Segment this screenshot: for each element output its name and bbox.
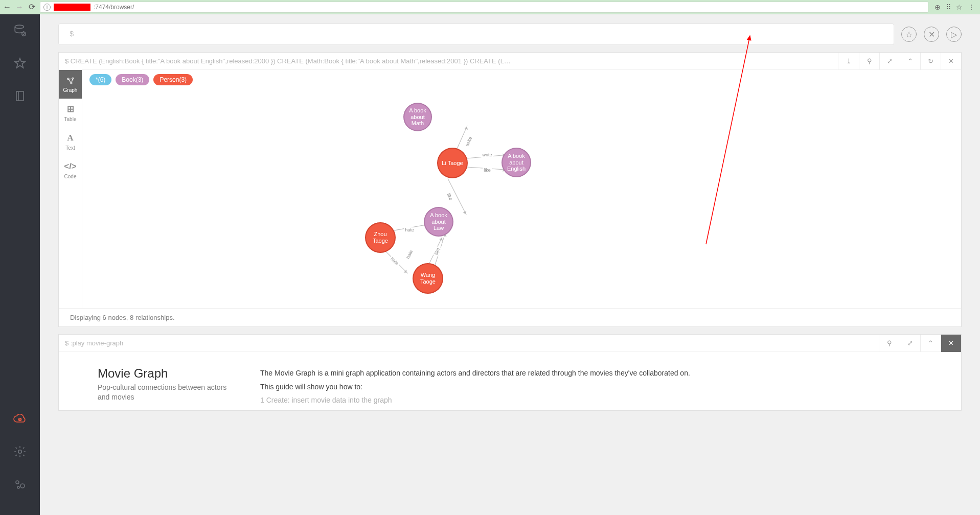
svg-rect-2 [16,91,24,101]
cloud-icon[interactable] [13,412,27,426]
node-person-zhou[interactable]: Zhou Taoge [366,223,395,252]
download-button[interactable]: ⤓ [838,53,859,70]
expand-button[interactable]: ⤢ [900,335,920,352]
star-icon[interactable]: ☆ [956,3,963,11]
svg-point-8 [20,484,25,488]
translate-icon[interactable]: ⠿ [946,3,951,11]
back-icon[interactable]: ← [3,3,11,12]
svg-point-7 [16,481,19,484]
result-frame-2: $ :play movie-graph ⚲ ⤢ ⌃ ✕ Movie Graph … [58,334,962,411]
close-button[interactable]: ✕ [941,53,961,70]
close-button[interactable]: ✕ [941,335,961,352]
result-frame-1: $ CREATE (English:Book { title:"A book a… [58,52,962,327]
cypher-editor[interactable]: $ [58,24,894,45]
pin-button[interactable]: ⚲ [879,335,900,352]
forward-icon[interactable]: → [15,3,24,12]
edge-label: hate [404,227,415,232]
view-graph[interactable]: Graph [59,70,82,99]
status-bar: Displaying 6 nodes, 8 relationships. [59,308,961,326]
view-text[interactable]: AText [59,127,82,156]
svg-point-6 [18,450,22,454]
favorite-button[interactable]: ☆ [901,27,917,42]
address-bar[interactable]: i :7474/browser/ [40,2,928,13]
edge-label: hate [405,248,414,261]
run-button[interactable]: ▷ [946,27,962,42]
edge-label: like [446,192,454,202]
guide-p1: The Movie Graph is a mini graph applicat… [260,366,922,380]
database-icon[interactable] [13,24,27,38]
svg-point-9 [17,486,19,488]
view-table[interactable]: ⊞Table [59,99,82,127]
svg-point-0 [15,25,24,29]
node-person-wang[interactable]: Wang Taoge [414,264,442,293]
browser-chrome: ← → ⟳ i :7474/browser/ ⊕ ⠿ ☆ ⋮ [0,0,980,14]
edge-label: like [434,246,441,256]
guide-subtitle: Pop-cultural connections between actors … [98,383,234,402]
reload-icon[interactable]: ⟳ [28,2,36,12]
query-text: $ CREATE (English:Book { title:"A book a… [59,57,838,65]
pin-button[interactable]: ⚲ [859,53,879,70]
redacted-host [54,4,90,11]
info-icon[interactable]: i [43,4,51,11]
docs-icon[interactable] [13,89,27,103]
query-text: $ :play movie-graph [59,339,879,347]
url-text: :7474/browser/ [94,4,134,11]
node-book-math[interactable]: A book about Math [404,104,431,130]
view-code[interactable]: </>Code [59,156,82,184]
edge-label: write [464,135,473,148]
main-content: $ ☆ ✕ ▷ $ CREATE (English:Book { title:"… [40,14,980,515]
guide-p2: This guide will show you how to: [260,380,922,394]
view-tabs: Graph ⊞Table AText </>Code [59,70,82,308]
editor-prompt: $ [70,30,74,38]
node-book-law[interactable]: A book about Law [425,208,452,236]
zoom-icon[interactable]: ⊕ [935,3,941,11]
about-icon[interactable] [13,477,27,491]
refresh-button[interactable]: ↻ [920,53,941,70]
expand-button[interactable]: ⤢ [879,53,900,70]
collapse-button[interactable]: ⌃ [900,53,920,70]
collapse-button[interactable]: ⌃ [920,335,941,352]
guide-li1: 1 Create: insert movie data into the gra… [260,393,922,407]
node-book-english[interactable]: A book about English [503,149,530,176]
edge-label: write [481,152,493,157]
clear-button[interactable]: ✕ [924,27,939,42]
settings-icon[interactable] [13,444,27,459]
svg-point-10 [67,78,69,79]
guide-title: Movie Graph [98,366,234,381]
graph-viz[interactable]: *(6) Book(3) Person(3) write write like … [82,70,961,308]
edge-label: like [483,168,492,173]
menu-icon[interactable]: ⋮ [968,3,975,11]
favorites-icon[interactable] [13,56,27,71]
svg-point-11 [72,78,74,79]
left-rail [0,14,40,515]
node-person-li[interactable]: Li Taoge [438,149,467,177]
